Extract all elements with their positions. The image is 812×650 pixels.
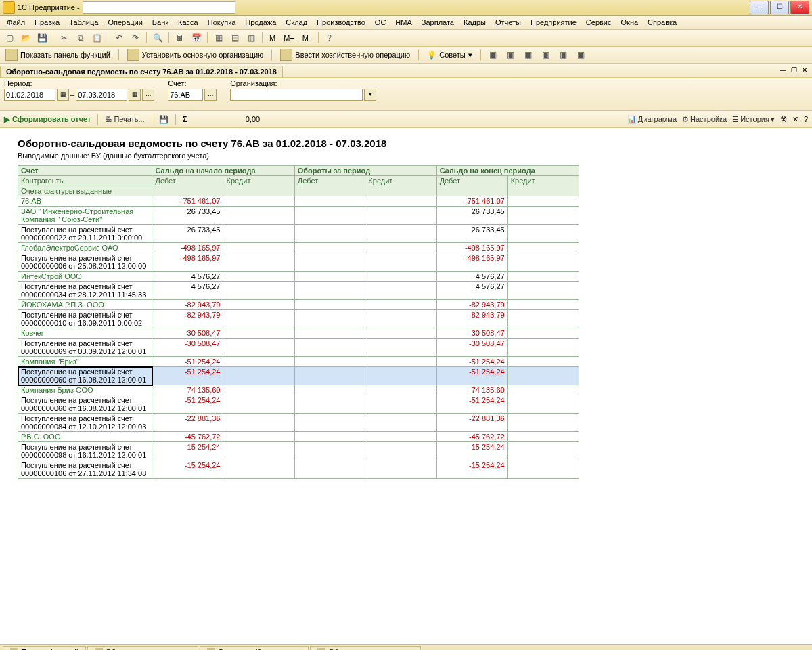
menu-склад[interactable]: Склад [281, 17, 311, 28]
calendar-icon[interactable]: 📅 [189, 31, 203, 45]
menu-нма[interactable]: НМА [391, 17, 415, 28]
extra-icon-6[interactable]: ▣ [574, 48, 588, 62]
table-row[interactable]: Поступление на расчетный счет 0000000000… [18, 253, 579, 272]
help-report-icon[interactable]: ? [804, 115, 808, 123]
table-row[interactable]: Поступление на расчетный счет 0000000006… [18, 367, 579, 385]
menu-предприятие[interactable]: Предприятие [526, 17, 581, 28]
save-icon[interactable]: 💾 [35, 31, 49, 45]
maximize-button[interactable]: ☐ [770, 1, 789, 14]
undo-icon[interactable]: ↶ [112, 31, 126, 45]
table-row[interactable]: Поступление на расчетный счет 0000000009… [18, 442, 579, 460]
close-button[interactable]: ✕ [790, 1, 809, 14]
report-table[interactable]: Счет Сальдо на начало периода Обороты за… [18, 165, 579, 479]
extra-icon-3[interactable]: ▣ [522, 48, 535, 62]
extra-icon-1[interactable]: ▣ [487, 48, 500, 62]
memory-m[interactable]: M [267, 34, 278, 42]
paste-icon[interactable]: 📋 [90, 31, 104, 45]
sum-value: 0,00 [192, 115, 260, 123]
cells-icon[interactable]: ▤ [228, 31, 242, 45]
table-row[interactable]: Поступление на расчетный счет 0000000006… [18, 395, 579, 414]
doc-restore-icon[interactable]: ❐ [789, 66, 798, 75]
table-row[interactable]: ЙОКОХАМА Р.П.З. ООО-82 943,79-82 943,79 [18, 300, 579, 310]
table-row[interactable]: Поступление на расчетный счет 0000000001… [18, 310, 579, 328]
minimize-button[interactable]: — [750, 1, 769, 14]
report-area[interactable]: Оборотно-сальдовая ведомость по счету 76… [0, 128, 812, 644]
table-row[interactable]: Поступление на расчетный счет 0000000003… [18, 282, 579, 300]
settings-button[interactable]: ⚙Настройка [682, 115, 727, 124]
menu-кадры[interactable]: Кадры [459, 17, 490, 28]
menu-таблица[interactable]: Таблица [65, 17, 102, 28]
save-report-icon[interactable]: 💾 [159, 115, 168, 124]
bottom-tab-2[interactable]: Операции (бухгалтерс... [200, 646, 309, 650]
table-row[interactable]: Поступление на расчетный счет 0000000010… [18, 460, 579, 479]
menu-касса[interactable]: Касса [174, 17, 202, 28]
menu-справка[interactable]: Справка [644, 17, 681, 28]
copy-icon[interactable]: ⧉ [74, 31, 87, 45]
title-input[interactable] [83, 1, 235, 14]
menu-отчеты[interactable]: Отчеты [491, 17, 525, 28]
menu-продажа[interactable]: Продажа [241, 17, 280, 28]
table-row[interactable]: Р.В.С. ООО-45 762,72-45 762,72 [18, 432, 579, 442]
print-button[interactable]: 🖶Печать... [105, 115, 144, 123]
form-report-button[interactable]: Сформировать отчет [4, 115, 91, 124]
options-icon[interactable]: ⚒ [780, 115, 787, 124]
menu-окна[interactable]: Окна [617, 17, 643, 28]
help-icon[interactable]: ? [323, 31, 336, 45]
find-icon[interactable]: 🔍 [151, 31, 164, 45]
extra-icon-5[interactable]: ▣ [557, 48, 570, 62]
menu-ос[interactable]: ОС [371, 17, 390, 28]
memory-mminus[interactable]: M- [300, 34, 314, 42]
table-row[interactable]: Компания Бриз ООО-74 135,60-74 135,60 [18, 385, 579, 395]
date-from-picker-icon[interactable]: ▦ [57, 89, 69, 101]
tips-button[interactable]: 💡Советы▾ [424, 50, 474, 60]
cut-icon[interactable]: ✂ [58, 31, 71, 45]
org-input[interactable] [230, 89, 363, 101]
menu-зарплата[interactable]: Зарплата [418, 17, 458, 28]
date-to-picker-icon[interactable]: ▦ [129, 89, 141, 101]
redo-icon[interactable]: ↷ [129, 31, 142, 45]
diagram-button[interactable]: 📊Диаграмма [627, 115, 677, 124]
bottom-tab-1[interactable]: Оборотно-сальдовая в... [87, 646, 198, 650]
close-report-icon[interactable]: ✕ [792, 115, 798, 124]
doc-minimize-icon[interactable]: — [778, 66, 788, 75]
open-icon[interactable]: 📂 [19, 31, 32, 45]
period-select-icon[interactable]: … [142, 89, 154, 101]
calc-icon[interactable]: 🖩 [173, 31, 187, 45]
date-from-input[interactable] [4, 89, 55, 101]
doc-close-icon[interactable]: ✕ [800, 66, 809, 75]
extra-icon-4[interactable]: ▣ [539, 48, 553, 62]
new-icon[interactable]: ▢ [3, 31, 16, 45]
table-row[interactable]: Ковчег-30 508,47-30 508,47 [18, 328, 579, 339]
table-row[interactable]: Поступление на расчетный счет 0000000002… [18, 225, 579, 243]
menu-операции[interactable]: Операции [104, 17, 146, 28]
menu-банк[interactable]: Банк [148, 17, 173, 28]
table-row[interactable]: ЗАО " Инженерно-Строительная Компания " … [18, 207, 579, 225]
bottom-tab-0[interactable]: Панель функций [3, 646, 86, 650]
account-select-icon[interactable]: … [204, 89, 217, 101]
table-row[interactable]: ГлобалЭлектроСервис ОАО-498 165,97-498 1… [18, 243, 579, 253]
bottom-tab-3[interactable]: Оборотно-сальдовая в... [310, 646, 421, 650]
table-row[interactable]: Поступление на расчетный счет 0000000008… [18, 414, 579, 432]
table-icon[interactable]: ▦ [212, 31, 225, 45]
menu-покупка[interactable]: Покупка [204, 17, 240, 28]
menu-файл[interactable]: Файл [3, 17, 29, 28]
org-select-icon[interactable]: ▾ [364, 89, 376, 101]
menu-правка[interactable]: Правка [30, 17, 64, 28]
table-row[interactable]: Поступление на расчетный счет 0000000006… [18, 339, 579, 357]
history-button[interactable]: ☰История▾ [732, 115, 775, 124]
document-tab[interactable]: Оборотно-сальдовая ведомость по счету 76… [0, 66, 283, 77]
menu-сервис[interactable]: Сервис [582, 17, 616, 28]
enter-operation-button[interactable]: Ввести хозяйственную операцию [277, 48, 413, 62]
merge-icon[interactable]: ▥ [244, 31, 258, 45]
show-panel-button[interactable]: Показать панель функций [3, 48, 113, 62]
table-row[interactable]: ИнтекСтрой ООО4 576,274 576,27 [18, 272, 579, 282]
table-row[interactable]: Компания "Бриз"-51 254,24-51 254,24 [18, 357, 579, 367]
col-invoices: Счета-фактуры выданные [18, 186, 152, 196]
set-org-button[interactable]: Установить основную организацию [125, 48, 267, 62]
extra-icon-2[interactable]: ▣ [504, 48, 518, 62]
account-input[interactable] [168, 89, 203, 101]
menu-производство[interactable]: Производство [313, 17, 369, 28]
date-to-input[interactable] [76, 89, 127, 101]
memory-mplus[interactable]: M+ [281, 34, 297, 42]
table-row[interactable]: 76.АВ-751 461,07-751 461,07 [18, 196, 579, 207]
